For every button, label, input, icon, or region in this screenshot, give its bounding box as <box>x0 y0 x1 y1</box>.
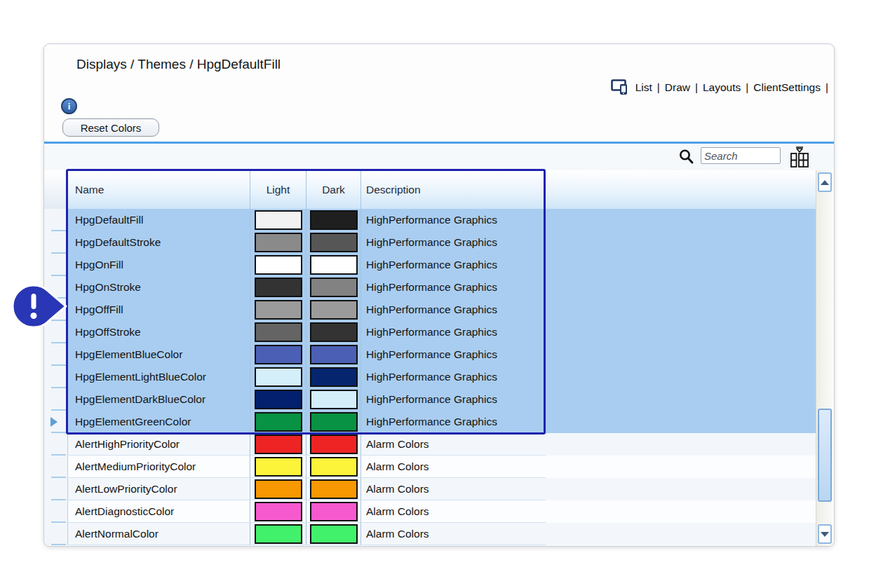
row-dark-cell <box>306 456 360 478</box>
row-dark-cell <box>306 411 360 433</box>
row-name-cell[interactable]: AlertNormalColor <box>67 523 250 545</box>
dark-color-swatch[interactable] <box>310 233 358 252</box>
dark-color-swatch[interactable] <box>310 502 358 521</box>
row-gutter-cell[interactable] <box>44 254 67 276</box>
dark-color-swatch[interactable] <box>310 345 358 364</box>
nav-link-draw[interactable]: Draw <box>665 81 690 94</box>
row-name-cell[interactable]: HpgElementLightBlueColor <box>67 366 250 388</box>
row-filler-cell <box>546 231 816 254</box>
row-dark-cell <box>306 343 360 366</box>
row-gutter-cell[interactable] <box>44 433 67 456</box>
row-gutter-cell[interactable] <box>44 500 67 523</box>
row-gutter-cell[interactable] <box>44 209 67 231</box>
light-color-swatch[interactable] <box>255 345 302 364</box>
table-row[interactable]: HpgElementDarkBlueColorHighPerformance G… <box>44 388 816 411</box>
row-name-cell[interactable]: HpgOnFill <box>67 254 250 276</box>
column-header-name[interactable]: Name <box>67 170 250 209</box>
row-gutter-cell[interactable] <box>44 366 67 388</box>
light-color-swatch[interactable] <box>255 367 302 387</box>
row-light-cell <box>250 478 306 500</box>
light-color-swatch[interactable] <box>255 457 302 477</box>
light-color-swatch[interactable] <box>255 300 302 320</box>
nav-link-clientsettings[interactable]: ClientSettings <box>753 81 821 94</box>
table-row[interactable]: HpgOffStrokeHighPerformance Graphics <box>44 321 816 343</box>
row-name-cell[interactable]: HpgOnStroke <box>67 276 250 299</box>
light-color-swatch[interactable] <box>255 502 302 521</box>
dark-color-swatch[interactable] <box>310 300 358 320</box>
light-color-swatch[interactable] <box>255 524 302 544</box>
table-row[interactable]: HpgDefaultFillHighPerformance Graphics <box>44 209 816 231</box>
row-gutter-cell[interactable] <box>44 523 67 545</box>
row-gutter-cell[interactable] <box>44 343 67 366</box>
table-row[interactable]: HpgElementLightBlueColorHighPerformance … <box>44 366 816 388</box>
column-header-description[interactable]: Description <box>360 170 546 209</box>
dark-color-swatch[interactable] <box>310 278 358 297</box>
dark-color-swatch[interactable] <box>310 412 358 432</box>
color-table: NameLightDarkDescriptionHpgDefaultFillHi… <box>44 170 816 546</box>
row-description-cell: HighPerformance Graphics <box>360 231 546 254</box>
table-row[interactable]: AlertNormalColorAlarm Colors <box>44 523 816 545</box>
vertical-scrollbar[interactable] <box>816 170 834 546</box>
table-row[interactable]: AlertHighPriorityColorAlarm Colors <box>44 433 816 456</box>
row-gutter-cell[interactable] <box>44 478 67 500</box>
row-name-cell[interactable]: HpgElementGreenColor <box>67 411 250 433</box>
exclamation-callout-badge <box>8 280 69 336</box>
dark-color-swatch[interactable] <box>310 390 358 409</box>
nav-separator: | <box>746 81 748 94</box>
table-row[interactable]: HpgDefaultStrokeHighPerformance Graphics <box>44 231 816 254</box>
row-name-cell[interactable]: HpgDefaultFill <box>67 209 250 231</box>
light-color-swatch[interactable] <box>255 479 302 499</box>
dark-color-swatch[interactable] <box>310 435 358 454</box>
table-row[interactable]: HpgOnStrokeHighPerformance Graphics <box>44 276 816 299</box>
table-row[interactable]: HpgOnFillHighPerformance Graphics <box>44 254 816 276</box>
dark-color-swatch[interactable] <box>310 457 358 477</box>
light-color-swatch[interactable] <box>255 435 302 454</box>
column-header-dark[interactable]: Dark <box>306 170 360 209</box>
row-gutter-cell[interactable] <box>44 411 67 433</box>
row-gutter-cell[interactable] <box>44 231 67 254</box>
light-color-swatch[interactable] <box>255 255 302 275</box>
scroll-up-button[interactable] <box>818 172 832 192</box>
table-row[interactable]: AlertLowPriorityColorAlarm Colors <box>44 478 816 500</box>
scrollbar-thumb[interactable] <box>818 409 832 502</box>
row-gutter-cell[interactable] <box>44 388 67 411</box>
dark-color-swatch[interactable] <box>310 255 358 275</box>
row-name-cell[interactable]: AlertDiagnosticColor <box>67 500 250 523</box>
row-description-cell: HighPerformance Graphics <box>360 388 546 411</box>
light-color-swatch[interactable] <box>255 210 302 230</box>
search-icon[interactable] <box>678 148 695 169</box>
column-header-light[interactable]: Light <box>250 170 306 209</box>
dark-color-swatch[interactable] <box>310 479 358 499</box>
table-row[interactable]: HpgOffFillHighPerformance Graphics <box>44 299 816 321</box>
table-row[interactable]: HpgElementGreenColorHighPerformance Grap… <box>44 411 816 433</box>
row-name-cell[interactable]: AlertHighPriorityColor <box>67 433 250 456</box>
dark-color-swatch[interactable] <box>310 322 358 342</box>
light-color-swatch[interactable] <box>255 412 302 432</box>
nav-link-layouts[interactable]: Layouts <box>703 81 741 94</box>
search-input[interactable] <box>701 147 781 164</box>
info-icon[interactable]: i <box>61 98 77 114</box>
table-row[interactable]: HpgElementBlueColorHighPerformance Graph… <box>44 343 816 366</box>
row-name-cell[interactable]: HpgOffFill <box>67 299 250 321</box>
row-name-cell[interactable]: HpgOffStroke <box>67 321 250 343</box>
row-name-cell[interactable]: HpgElementBlueColor <box>67 343 250 366</box>
dark-color-swatch[interactable] <box>310 367 358 387</box>
dark-color-swatch[interactable] <box>310 524 358 544</box>
nav-link-list[interactable]: List <box>635 81 652 94</box>
row-gutter-cell[interactable] <box>44 456 67 478</box>
row-name-cell[interactable]: AlertLowPriorityColor <box>67 478 250 500</box>
light-color-swatch[interactable] <box>255 233 302 252</box>
scroll-down-button[interactable] <box>818 524 832 544</box>
row-name-cell[interactable]: HpgDefaultStroke <box>67 231 250 254</box>
row-name-cell[interactable]: AlertMediumPriorityColor <box>67 456 250 478</box>
breadcrumb-title: Displays / Themes / HpgDefaultFill <box>76 57 281 72</box>
row-name-cell[interactable]: HpgElementDarkBlueColor <box>67 388 250 411</box>
light-color-swatch[interactable] <box>255 278 302 297</box>
reset-colors-button[interactable]: Reset Colors <box>62 118 159 137</box>
table-row[interactable]: AlertDiagnosticColorAlarm Colors <box>44 500 816 523</box>
dark-color-swatch[interactable] <box>310 210 358 230</box>
light-color-swatch[interactable] <box>255 390 302 409</box>
light-color-swatch[interactable] <box>255 322 302 342</box>
table-row[interactable]: AlertMediumPriorityColorAlarm Colors <box>44 456 816 478</box>
column-chooser-icon[interactable] <box>789 146 810 171</box>
